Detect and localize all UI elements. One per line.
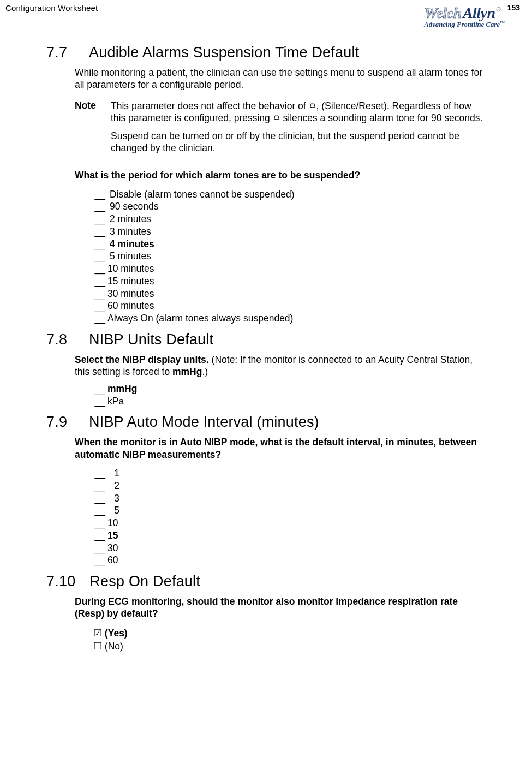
options-7-9: __ 1 __ 2 __ 3 __ 5 __10 __15 __30 __60 [93,467,486,567]
section-num: 7.8 [46,331,75,348]
note-body: This parameter does not affect the behav… [111,100,486,160]
doc-title: Configuration Worksheet [5,3,98,13]
section-7-9-heading: 7.9 NIBP Auto Mode Interval (minutes) [46,414,486,431]
logo-welch: Welch [424,4,462,22]
checked-box-icon: ☑ [93,628,102,639]
option-30min[interactable]: __ 30 minutes [93,288,486,300]
section-7-8-body: Select the NIBP display units. (Note: If… [75,354,486,407]
section-title-text: NIBP Units Default [89,331,213,348]
page-number: 153 [507,3,520,12]
question-7-7: What is the period for which alarm tones… [75,169,486,181]
option-3min[interactable]: __ 3 minutes [93,225,486,238]
note-label: Note [75,100,101,160]
options-7-7: __ Disable (alarm tones cannot be suspen… [93,188,486,325]
option-10[interactable]: __10 [93,517,486,529]
option-15min[interactable]: __ 15 minutes [93,275,486,288]
option-5min[interactable]: __ 5 minutes [93,250,486,263]
lead-text-7-8: Select the NIBP display units. (Note: If… [75,354,486,378]
option-60[interactable]: __60 [93,554,486,567]
option-4min-default[interactable]: __ 4 minutes [93,238,486,251]
options-7-8: __ mmHg __ kPa [93,383,486,408]
section-7-9-body: When the monitor is in Auto NIBP mode, w… [75,436,486,567]
section-7-8-heading: 7.8 NIBP Units Default [46,331,486,348]
options-7-10: ☑ (Yes) ☐ (No) [93,627,486,653]
section-title-text: NIBP Auto Mode Interval (minutes) [89,414,319,431]
option-90s[interactable]: __ 90 seconds [93,200,486,213]
logo-allyn: Allyn [463,4,495,22]
section-num: 7.7 [46,44,75,61]
section-title-text: Audible Alarms Suspension Time Default [89,44,359,61]
option-60min[interactable]: __ 60 minutes [93,300,486,312]
option-2[interactable]: __ 2 [93,480,486,492]
section-num: 7.10 [46,573,75,590]
option-3[interactable]: __ 3 [93,492,486,505]
option-yes-default[interactable]: ☑ (Yes) [93,627,486,640]
option-30[interactable]: __30 [93,542,486,555]
question-7-10: During ECG monitoring, should the monito… [75,595,486,620]
option-10min[interactable]: __ 10 minutes [93,263,486,275]
intro-text: While monitoring a patient, the clinicia… [75,67,486,91]
option-5[interactable]: __ 5 [93,504,486,517]
option-1[interactable]: __ 1 [93,467,486,480]
option-disable[interactable]: __ Disable (alarm tones cannot be suspen… [93,188,486,201]
option-kpa[interactable]: __ kPa [93,395,486,408]
section-7-7-body: While monitoring a patient, the clinicia… [75,67,486,325]
header-right: 153 Welch Allyn ® Advancing Frontline Ca… [424,3,520,29]
question-7-9: When the monitor is in Auto NIBP mode, w… [75,436,486,461]
section-num: 7.9 [46,414,75,431]
section-7-7-heading: 7.7 Audible Alarms Suspension Time Defau… [46,44,486,61]
brand-logo: Welch Allyn ® [424,4,520,22]
option-mmhg-default[interactable]: __ mmHg [93,383,486,395]
unchecked-box-icon: ☐ [93,641,102,652]
section-7-10-body: During ECG monitoring, should the monito… [75,595,486,653]
option-always-on[interactable]: __ Always On (alarm tones always suspend… [93,312,486,325]
option-2min[interactable]: __ 2 minutes [93,213,486,225]
note-row: Note This parameter does not affect the … [75,100,486,160]
silence-bell-icon [273,112,280,119]
page-header: Configuration Worksheet 153 Welch Allyn … [0,0,532,29]
content: 7.7 Audible Alarms Suspension Time Defau… [0,29,532,653]
option-15-default[interactable]: __15 [93,529,486,542]
registered-mark: ® [497,6,501,13]
section-7-10-heading: 7.10 Resp On Default [46,573,486,590]
option-no[interactable]: ☐ (No) [93,640,486,653]
brand-tagline: Advancing Frontline Care™ [424,21,520,29]
section-title-text: Resp On Default [89,573,200,590]
page: Configuration Worksheet 153 Welch Allyn … [0,0,532,757]
silence-bell-icon [309,100,316,107]
